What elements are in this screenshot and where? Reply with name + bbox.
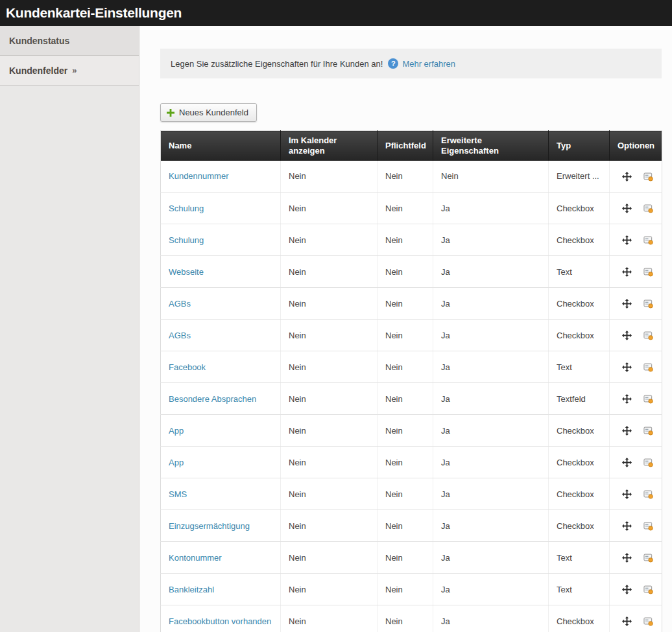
cell-typ: Checkbox bbox=[549, 224, 610, 256]
cell-im-kalender: Nein bbox=[281, 510, 378, 542]
table-body: Kundennummer Nein Nein Nein Erweitert ..… bbox=[161, 161, 662, 632]
cell-im-kalender: Nein bbox=[281, 320, 378, 351]
table-row: Schulung Nein Nein Ja Checkbox bbox=[161, 193, 662, 224]
cell-typ: Checkbox bbox=[549, 415, 610, 447]
cell-im-kalender: Nein bbox=[281, 605, 378, 632]
table-row: Bankleitzahl Nein Nein Ja Text bbox=[161, 574, 662, 605]
field-name-link[interactable]: Facebookbutton vorhanden bbox=[169, 616, 271, 626]
delete-icon[interactable] bbox=[643, 426, 653, 436]
delete-icon[interactable] bbox=[643, 616, 653, 626]
delete-icon[interactable] bbox=[643, 204, 653, 213]
delete-icon[interactable] bbox=[643, 267, 653, 277]
move-icon[interactable] bbox=[622, 553, 632, 563]
cell-pflichtfeld: Nein bbox=[378, 193, 433, 224]
move-icon[interactable] bbox=[622, 585, 632, 594]
move-icon[interactable] bbox=[622, 204, 632, 213]
cell-pflichtfeld: Nein bbox=[378, 288, 433, 320]
cell-im-kalender: Nein bbox=[281, 161, 378, 193]
new-field-button[interactable]: Neues Kundenfeld bbox=[160, 103, 257, 122]
table-row: Kontonummer Nein Nein Ja Text bbox=[161, 542, 662, 574]
field-name-link[interactable]: Facebook bbox=[169, 362, 206, 372]
chevron-right-icon: » bbox=[72, 65, 77, 75]
cell-typ: Checkbox bbox=[549, 478, 610, 510]
move-icon[interactable] bbox=[622, 331, 632, 340]
move-icon[interactable] bbox=[622, 489, 632, 499]
delete-icon[interactable] bbox=[643, 172, 653, 181]
move-icon[interactable] bbox=[622, 235, 632, 245]
field-name-link[interactable]: Schulung bbox=[169, 235, 204, 245]
delete-icon[interactable] bbox=[643, 458, 653, 467]
table-row: AGBs Nein Nein Ja Checkbox bbox=[161, 288, 662, 320]
cell-erweiterte: Ja bbox=[433, 447, 549, 478]
delete-icon[interactable] bbox=[643, 521, 653, 531]
move-icon[interactable] bbox=[622, 458, 632, 467]
table-row: SMS Nein Nein Ja Checkbox bbox=[161, 478, 662, 510]
cell-pflichtfeld: Nein bbox=[378, 478, 433, 510]
move-icon[interactable] bbox=[622, 299, 632, 309]
cell-pflichtfeld: Nein bbox=[378, 351, 433, 383]
sidebar-item-kundenfelder[interactable]: Kundenfelder » bbox=[0, 56, 139, 86]
field-name-link[interactable]: AGBs bbox=[169, 331, 191, 340]
move-icon[interactable] bbox=[622, 616, 632, 626]
cell-erweiterte: Ja bbox=[433, 320, 549, 351]
field-name-link[interactable]: Kontonummer bbox=[169, 553, 222, 563]
cell-typ: Checkbox bbox=[549, 605, 610, 632]
cell-im-kalender: Nein bbox=[281, 574, 378, 605]
field-name-link[interactable]: Bankleitzahl bbox=[169, 585, 214, 594]
move-icon[interactable] bbox=[622, 394, 632, 404]
move-icon[interactable] bbox=[622, 521, 632, 531]
table-row: Webseite Nein Nein Ja Text bbox=[161, 256, 662, 288]
field-name-link[interactable]: Kundennummer bbox=[169, 171, 229, 181]
delete-icon[interactable] bbox=[643, 553, 653, 563]
cell-name: Schulung bbox=[161, 224, 281, 256]
field-name-link[interactable]: AGBs bbox=[169, 299, 191, 309]
cell-pflichtfeld: Nein bbox=[378, 574, 433, 605]
cell-erweiterte: Ja bbox=[433, 193, 549, 224]
cell-im-kalender: Nein bbox=[281, 383, 378, 415]
cell-name: Bankleitzahl bbox=[161, 574, 281, 605]
field-name-link[interactable]: Webseite bbox=[169, 267, 204, 277]
cell-name: Kontonummer bbox=[161, 542, 281, 574]
delete-icon[interactable] bbox=[643, 585, 653, 594]
sidebar: Kundenstatus Kundenfelder » bbox=[0, 26, 139, 632]
field-name-link[interactable]: Besondere Absprachen bbox=[169, 394, 256, 404]
cell-erweiterte: Ja bbox=[433, 256, 549, 288]
delete-icon[interactable] bbox=[643, 331, 653, 340]
field-name-link[interactable]: App bbox=[169, 426, 184, 436]
cell-optionen bbox=[610, 605, 662, 632]
table-row: App Nein Nein Ja Checkbox bbox=[161, 447, 662, 478]
move-icon[interactable] bbox=[622, 426, 632, 436]
delete-icon[interactable] bbox=[643, 489, 653, 499]
table-row: Besondere Absprachen Nein Nein Ja Textfe… bbox=[161, 383, 662, 415]
cell-typ: Checkbox bbox=[549, 447, 610, 478]
field-name-link[interactable]: App bbox=[169, 458, 184, 467]
delete-icon[interactable] bbox=[643, 394, 653, 404]
field-name-link[interactable]: Einzugsermächtigung bbox=[169, 521, 250, 531]
cell-typ: Checkbox bbox=[549, 193, 610, 224]
new-field-button-label: Neues Kundenfeld bbox=[179, 108, 248, 117]
cell-pflichtfeld: Nein bbox=[378, 320, 433, 351]
plus-icon bbox=[167, 109, 174, 117]
move-icon[interactable] bbox=[622, 267, 632, 277]
field-name-link[interactable]: SMS bbox=[169, 489, 187, 499]
cell-pflichtfeld: Nein bbox=[378, 256, 433, 288]
cell-im-kalender: Nein bbox=[281, 415, 378, 447]
cell-pflichtfeld: Nein bbox=[378, 161, 433, 193]
delete-icon[interactable] bbox=[643, 235, 653, 245]
field-name-link[interactable]: Schulung bbox=[169, 204, 204, 213]
move-icon[interactable] bbox=[622, 362, 632, 372]
cell-erweiterte: Ja bbox=[433, 542, 549, 574]
cell-name: App bbox=[161, 447, 281, 478]
move-icon[interactable] bbox=[622, 172, 632, 181]
cell-name: AGBs bbox=[161, 288, 281, 320]
delete-icon[interactable] bbox=[643, 362, 653, 372]
cell-optionen bbox=[610, 415, 662, 447]
cell-name: Kundennummer bbox=[161, 161, 281, 193]
help-icon[interactable]: ? bbox=[388, 58, 398, 69]
cell-optionen bbox=[610, 224, 662, 256]
delete-icon[interactable] bbox=[643, 299, 653, 309]
mehr-erfahren-link[interactable]: Mehr erfahren bbox=[402, 59, 455, 69]
app-header: Kundenkartei-Einstellungen bbox=[0, 0, 672, 26]
cell-optionen bbox=[610, 542, 662, 574]
sidebar-item-kundenstatus[interactable]: Kundenstatus bbox=[0, 26, 139, 56]
